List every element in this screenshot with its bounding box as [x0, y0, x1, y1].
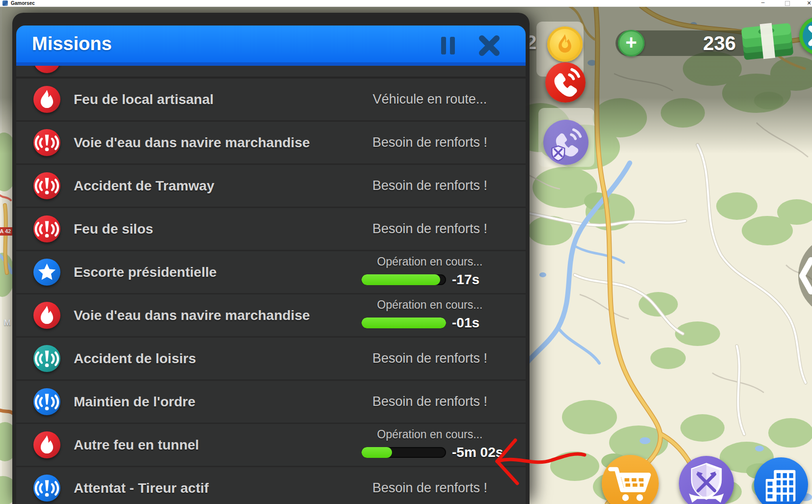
mission-title: Attentat - Tireur actif	[74, 467, 209, 504]
mission-row[interactable]: Autre feu en tunnel Opération en cours..…	[16, 424, 526, 466]
mission-title: Voie d'eau dans navire marchandise	[74, 294, 310, 336]
coin-currency-icon[interactable]	[547, 27, 583, 62]
progress-bar	[362, 447, 446, 458]
pause-icon	[437, 34, 459, 57]
shopping-cart-icon	[602, 455, 659, 504]
mission-title: Feu de local artisanal	[74, 79, 214, 120]
progress-bar	[362, 318, 446, 328]
emergency-call-button[interactable]	[545, 62, 586, 103]
shield-axes-icon	[679, 456, 734, 504]
alert-icon	[33, 129, 60, 156]
window-close-button[interactable]: ✕	[805, 0, 812, 6]
window-title: Gamorsec	[11, 0, 35, 6]
progress-bar-fill	[362, 447, 392, 458]
mission-progress: Opération en cours... -5m 02s	[349, 424, 511, 466]
close-button[interactable]	[478, 34, 501, 57]
add-money-button[interactable]: +	[618, 30, 644, 56]
mission-row[interactable]: Escorte présidentielle Opération en cour…	[16, 251, 526, 293]
mission-status: Besoin de renforts !	[349, 208, 511, 250]
mission-row[interactable]: Maintien de l'ordre Besoin de renforts !	[16, 381, 526, 423]
fire-icon	[33, 431, 60, 458]
mission-progress: Opération en cours... -01s	[349, 294, 511, 336]
mission-row[interactable]: Attentat - Tireur actif Besoin de renfor…	[16, 467, 526, 504]
panel-title: Missions	[32, 26, 112, 62]
pause-button[interactable]	[437, 34, 459, 57]
alert-icon	[33, 172, 60, 199]
mission-status: Besoin de renforts !	[349, 338, 511, 379]
mission-list: Feu de local artisanal Véhicule en route…	[16, 66, 526, 504]
chevron-left-icon	[798, 235, 812, 317]
mission-status: Besoin de renforts !	[349, 165, 511, 207]
cash-stack-icon	[740, 18, 797, 67]
alert-icon	[33, 345, 60, 372]
mission-title: Voie d'eau dans navire marchandise	[74, 122, 310, 163]
mission-status: Besoin de renforts !	[349, 467, 511, 504]
dismiss-button[interactable]	[799, 17, 812, 55]
mission-title: Feu de silos	[74, 208, 153, 250]
missions-panel: Missions Feu de local artisanal Véhicule…	[12, 13, 530, 504]
progress-bar	[362, 274, 446, 285]
shop-button[interactable]	[602, 455, 659, 504]
mission-progress: Opération en cours... -17s	[349, 251, 511, 293]
mission-row[interactable]: Voie d'eau dans navire marchandise Besoi…	[16, 122, 526, 163]
mission-status: Besoin de renforts !	[349, 381, 511, 423]
x-icon	[799, 17, 812, 55]
app-icon	[2, 0, 8, 6]
building-icon	[754, 457, 808, 504]
mission-row-partial[interactable]	[16, 66, 526, 77]
alert-icon	[33, 388, 60, 415]
alliance-button[interactable]	[679, 456, 734, 504]
road-badge: A 42	[0, 227, 14, 236]
alert-icon	[33, 215, 60, 242]
progress-label: Opération en cours...	[349, 255, 511, 268]
phone-shield-icon	[543, 120, 588, 165]
window-minimize-button[interactable]: –	[758, 0, 768, 6]
progress-label: Opération en cours...	[349, 428, 511, 441]
mission-row[interactable]: Accident de loisirs Besoin de renforts !	[16, 338, 526, 379]
fire-icon	[33, 86, 60, 113]
progress-countdown: -17s	[452, 272, 479, 288]
money-amount: 236	[663, 30, 736, 56]
progress-countdown: -5m 02s	[452, 445, 503, 460]
fire-icon	[33, 66, 60, 73]
fire-icon	[33, 302, 60, 329]
mission-title: Escorte présidentielle	[74, 251, 217, 293]
city-label: M	[4, 318, 11, 328]
progress-label: Opération en cours...	[349, 298, 511, 312]
alert-icon	[33, 475, 60, 502]
mission-title: Accident de Tramway	[74, 165, 214, 207]
assistance-call-button[interactable]	[543, 120, 588, 165]
close-icon	[478, 34, 501, 57]
mission-row[interactable]: Feu de silos Besoin de renforts !	[16, 208, 526, 250]
mission-row[interactable]: Feu de local artisanal Véhicule en route…	[16, 79, 526, 120]
phone-ringing-icon	[545, 62, 586, 103]
side-panel-handle[interactable]	[798, 235, 812, 317]
mission-row[interactable]: Accident de Tramway Besoin de renforts !	[16, 165, 526, 207]
mission-title: Accident de loisirs	[74, 338, 196, 379]
mission-row[interactable]: Voie d'eau dans navire marchandise Opéra…	[16, 294, 526, 336]
window-maximize-button[interactable]	[785, 1, 790, 6]
mission-status: Besoin de renforts !	[349, 122, 511, 163]
mission-status: Véhicule en route...	[349, 79, 511, 120]
progress-bar-fill	[362, 274, 440, 285]
buildings-button[interactable]	[754, 457, 808, 504]
progress-countdown: -01s	[452, 315, 479, 331]
app-window: A 42 M Missions Feu de local ar	[0, 0, 812, 504]
mission-title: Maintien de l'ordre	[74, 381, 196, 423]
mission-title: Autre feu en tunnel	[74, 424, 199, 466]
window-titlebar[interactable]: Gamorsec – ✕	[0, 0, 812, 7]
progress-bar-fill	[362, 318, 446, 328]
star-icon	[33, 259, 60, 286]
missions-panel-header: Missions	[16, 26, 526, 66]
